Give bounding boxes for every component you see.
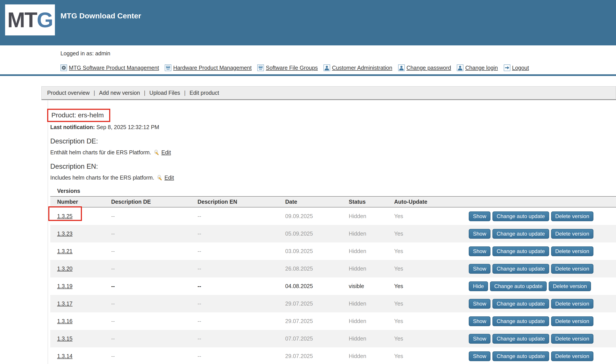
description-de-cell: -- — [111, 248, 197, 254]
mtg-logo: MTG — [5, 4, 55, 35]
show-version-button[interactable]: Show — [469, 316, 490, 326]
show-version-button[interactable]: Show — [469, 334, 490, 344]
delete-version-button[interactable]: Delete version — [551, 211, 593, 221]
version-link[interactable]: 1.3.25 — [57, 213, 73, 219]
auto-update-cell: Yes — [394, 248, 469, 254]
disk-icon — [61, 65, 67, 71]
status-cell: visible — [349, 283, 394, 289]
nav-link-software-file-groups[interactable]: Software File Groups — [257, 65, 318, 71]
delete-version-button[interactable]: Delete version — [551, 229, 593, 239]
version-number-cell: 1.3.19 — [57, 283, 111, 289]
logo-text-g: G — [37, 8, 53, 32]
description-en-cell: -- — [197, 231, 285, 237]
change-auto-update-button[interactable]: Change auto update — [492, 351, 549, 361]
nav-link-change-password[interactable]: Change password — [398, 65, 451, 71]
change-auto-update-button[interactable]: Change auto update — [492, 299, 549, 309]
edit-description-en-link[interactable]: Edit — [165, 174, 174, 181]
table-row: 1.3.17----29.07.2025HiddenYesShowChange … — [50, 295, 616, 312]
toolbar-item-upload-files[interactable]: Upload Files — [149, 90, 180, 96]
table-row: 1.3.19----04.08.2025visibleYesHideChange… — [50, 277, 616, 295]
toolbar-item-edit-product[interactable]: Edit product — [190, 90, 219, 96]
version-number-cell: 1.3.23 — [57, 231, 111, 237]
description-en-text: Includes helm charts for the ERS platfor… — [50, 174, 154, 181]
show-version-button[interactable]: Show — [469, 264, 490, 274]
delete-version-button[interactable]: Delete version — [549, 281, 591, 291]
version-link[interactable]: 1.3.17 — [57, 300, 73, 307]
date-cell: 09.09.2025 — [285, 213, 349, 220]
status-cell: Hidden — [349, 353, 394, 359]
change-auto-update-button[interactable]: Change auto update — [492, 247, 549, 256]
row-actions: HideChange auto updateDelete version — [469, 281, 616, 291]
change-auto-update-button[interactable]: Change auto update — [492, 264, 549, 274]
monitor-icon — [257, 65, 264, 71]
status-cell: Hidden — [349, 300, 394, 307]
show-version-button[interactable]: Show — [469, 211, 490, 221]
auto-update-cell: Yes — [394, 283, 469, 289]
table-row: 1.3.21----03.09.2025HiddenYesShowChange … — [50, 242, 616, 260]
nav-label: Change login — [465, 65, 498, 71]
version-link[interactable]: 1.3.19 — [57, 283, 73, 289]
nav-label: Logout — [512, 65, 529, 71]
status-cell: Hidden — [349, 231, 394, 237]
version-link[interactable]: 1.3.15 — [57, 336, 73, 342]
toolbar-item-product-overview[interactable]: Product overview — [47, 90, 90, 96]
version-number-cell: 1.3.14 — [57, 353, 111, 359]
show-version-button[interactable]: Show — [469, 229, 490, 239]
last-notification: Last notification: Sep 8, 2025 12:32:12 … — [50, 124, 616, 130]
delete-version-button[interactable]: Delete version — [551, 247, 593, 256]
description-de-cell: -- — [111, 336, 197, 342]
nav-link-software-product-management[interactable]: MTG Software Product Management — [61, 65, 159, 71]
description-de-cell: -- — [111, 231, 197, 237]
row-actions: ShowChange auto updateDelete version — [469, 316, 616, 326]
change-auto-update-button[interactable]: Change auto update — [492, 316, 549, 326]
toolbar-item-add-new-version[interactable]: Add new version — [99, 90, 140, 96]
nav-label: Change password — [407, 65, 451, 71]
version-link[interactable]: 1.3.16 — [57, 318, 73, 324]
nav-link-logout[interactable]: Logout — [504, 65, 529, 71]
version-number-cell: 1.3.20 — [57, 265, 111, 272]
description-de-cell: -- — [111, 318, 197, 324]
delete-version-button[interactable]: Delete version — [551, 264, 593, 274]
delete-version-button[interactable]: Delete version — [551, 316, 593, 326]
versions-table-header: Number Description DE Description EN Dat… — [50, 196, 616, 208]
version-link[interactable]: 1.3.14 — [57, 353, 73, 359]
row-actions: ShowChange auto updateDelete version — [469, 247, 616, 256]
change-auto-update-button[interactable]: Change auto update — [492, 334, 549, 344]
logo-text-mt: MT — [7, 8, 37, 32]
edit-description-de-link[interactable]: Edit — [161, 149, 171, 156]
delete-version-button[interactable]: Delete version — [551, 351, 593, 361]
date-cell: 07.07.2025 — [285, 336, 349, 342]
show-version-button[interactable]: Show — [469, 299, 490, 309]
column-header-number: Number — [57, 199, 111, 205]
change-auto-update-button[interactable]: Change auto update — [490, 281, 547, 291]
version-link[interactable]: 1.3.23 — [57, 231, 73, 237]
change-auto-update-button[interactable]: Change auto update — [492, 211, 549, 221]
description-en-cell: -- — [197, 318, 285, 324]
column-header-description-en: Description EN — [197, 199, 285, 205]
delete-version-button[interactable]: Delete version — [551, 299, 593, 309]
annotation-box-product: Product: ers-helm — [47, 109, 110, 122]
description-de-cell: -- — [111, 283, 197, 289]
version-link[interactable]: 1.3.21 — [57, 248, 73, 254]
nav-label: Customer Administration — [332, 65, 392, 71]
show-version-button[interactable]: Show — [469, 351, 490, 361]
auto-update-cell: Yes — [394, 318, 469, 324]
version-link[interactable]: 1.3.20 — [57, 265, 73, 272]
nav-link-customer-administration[interactable]: Customer Administration — [323, 65, 392, 71]
nav-link-hardware-product-management[interactable]: Hardware Product Management — [165, 65, 252, 71]
hide-version-button[interactable]: Hide — [469, 281, 488, 291]
status-cell: Hidden — [349, 248, 394, 254]
show-version-button[interactable]: Show — [469, 247, 490, 256]
versions-table-body: 1.3.25----09.09.2025HiddenYesShowChange … — [50, 208, 616, 364]
column-header-date: Date — [285, 199, 349, 205]
change-auto-update-button[interactable]: Change auto update — [492, 229, 549, 239]
last-notification-value: Sep 8, 2025 12:32:12 PM — [96, 124, 159, 130]
date-cell: 29.07.2025 — [285, 318, 349, 324]
date-cell: 03.09.2025 — [285, 248, 349, 254]
delete-version-button[interactable]: Delete version — [551, 334, 593, 344]
nav-label: MTG Software Product Management — [69, 65, 159, 71]
table-row: 1.3.15----07.07.2025HiddenYesShowChange … — [50, 330, 616, 347]
content-area: Product: ers-helm Last notification: Sep… — [48, 100, 616, 364]
row-actions: ShowChange auto updateDelete version — [469, 264, 616, 274]
nav-link-change-login[interactable]: Change login — [457, 65, 498, 71]
